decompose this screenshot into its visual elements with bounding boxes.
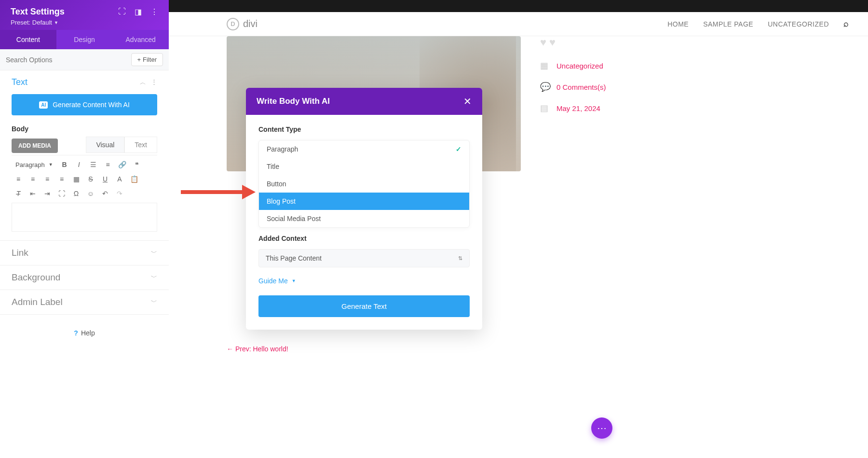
link-icon[interactable]: 🔗 — [116, 158, 129, 171]
prev-post-link[interactable]: ← Prev: Hello world! — [227, 331, 521, 367]
align-right-icon[interactable]: ≡ — [41, 173, 54, 185]
type-social[interactable]: Social Media Post — [259, 210, 469, 227]
type-paragraph[interactable]: Paragraph ✓ — [259, 140, 469, 158]
chevron-up-icon[interactable]: ︿ — [140, 78, 146, 87]
sidebar-header: Text Settings ⛶ ◨ ⋮ Preset: Default ▼ — [0, 0, 169, 30]
tab-design[interactable]: Design — [56, 30, 113, 49]
format-select[interactable]: Paragraph ▼ — [12, 158, 57, 171]
chevron-down-icon: ﹀ — [151, 273, 157, 282]
help-label: Help — [81, 329, 95, 337]
tab-advanced[interactable]: Advanced — [112, 30, 169, 49]
context-select[interactable]: This Page Content ⇅ — [258, 249, 470, 267]
panel-icon[interactable]: ◨ — [135, 7, 142, 16]
add-media-button[interactable]: ADD MEDIA — [12, 139, 58, 153]
editor-tab-visual[interactable]: Visual — [86, 137, 124, 153]
filter-button[interactable]: + Filter — [131, 53, 163, 66]
meta-column: ♥ ♥ ▦ Uncategorized 💬 0 Comments(s) ▤ Ma… — [540, 36, 656, 367]
format-select-label: Paragraph — [15, 161, 45, 168]
fullscreen-icon[interactable]: ⛶ — [55, 187, 68, 200]
nav-uncategorized[interactable]: UNCATEGORIZED — [768, 20, 829, 28]
comment-icon: 💬 — [540, 82, 550, 92]
meta-comments-label: 0 Comments(s) — [556, 83, 606, 91]
type-title[interactable]: Title — [259, 158, 469, 175]
type-title-label: Title — [267, 163, 279, 170]
guide-me-link[interactable]: Guide Me ▼ — [258, 277, 470, 285]
meta-date-label: May 21, 2024 — [556, 104, 600, 112]
quote-icon[interactable]: ❝ — [130, 158, 144, 171]
omega-icon[interactable]: Ω — [69, 187, 83, 200]
calendar-icon: ▤ — [540, 103, 550, 113]
help-link[interactable]: ? Help — [0, 315, 169, 351]
settings-tabs: Content Design Advanced — [0, 30, 169, 49]
meta-comments[interactable]: 💬 0 Comments(s) — [540, 82, 656, 92]
undo-icon[interactable]: ↶ — [98, 187, 112, 200]
select-arrows-icon: ⇅ — [458, 255, 462, 262]
page-header: D divi HOME SAMPLE PAGE UNCATEGORIZED ⌕ — [169, 12, 868, 36]
strikethrough-icon[interactable]: S — [84, 173, 97, 185]
expand-icon[interactable]: ⛶ — [118, 7, 126, 16]
clear-format-icon[interactable]: T̶ — [12, 187, 25, 200]
generate-ai-button[interactable]: AI Generate Content With AI — [12, 94, 157, 115]
text-color-icon[interactable]: A — [113, 173, 126, 185]
table-icon[interactable]: ▦ — [69, 173, 83, 185]
preset-selector[interactable]: Preset: Default ▼ — [11, 19, 158, 26]
ai-badge-icon: AI — [39, 101, 48, 109]
section-admin-header[interactable]: Admin Label ﹀ — [0, 290, 169, 314]
caret-down-icon: ▼ — [54, 20, 58, 25]
like-hearts[interactable]: ♥ ♥ — [540, 36, 656, 49]
logo-text: divi — [243, 18, 258, 29]
section-link-title: Link — [12, 248, 28, 258]
number-list-icon[interactable]: ≡ — [101, 158, 115, 171]
bullet-list-icon[interactable]: ☰ — [87, 158, 100, 171]
settings-sidebar: Text Settings ⛶ ◨ ⋮ Preset: Default ▼ Co… — [0, 0, 169, 458]
italic-icon[interactable]: I — [72, 158, 86, 171]
content-type-list: Paragraph ✓ Title Button Blog Post Socia… — [258, 140, 470, 228]
filter-label: Filter — [143, 56, 157, 63]
editor-toolbar: Paragraph ▼ B I ☰ ≡ 🔗 ❝ ≡ ≡ ≡ ≡ ▦ S — [12, 155, 157, 203]
section-text-header[interactable]: Text ︿ ⋮ — [0, 70, 169, 94]
context-select-value: This Page Content — [266, 254, 322, 262]
meta-date: ▤ May 21, 2024 — [540, 103, 656, 113]
more-icon[interactable]: ⋮ — [151, 78, 157, 87]
section-admin-label: Admin Label ﹀ — [0, 290, 169, 315]
site-logo[interactable]: D divi — [227, 18, 258, 30]
search-row: + Filter — [0, 49, 169, 70]
editor-tab-text[interactable]: Text — [124, 137, 157, 153]
close-icon[interactable]: ✕ — [463, 96, 472, 107]
chevron-down-icon: ﹀ — [151, 249, 157, 257]
meta-category[interactable]: ▦ Uncategorized — [540, 60, 656, 71]
align-justify-icon[interactable]: ≡ — [55, 173, 68, 185]
ai-modal: Write Body With AI ✕ Content Type Paragr… — [246, 88, 482, 330]
plus-icon: + — [137, 56, 141, 63]
tab-content[interactable]: Content — [0, 30, 56, 49]
heart-icon: ♥ — [540, 36, 546, 49]
section-background-header[interactable]: Background ﹀ — [0, 265, 169, 290]
section-text: Text ︿ ⋮ AI Generate Content With AI Bod… — [0, 70, 169, 241]
added-context-label: Added Context — [258, 235, 470, 242]
nav-sample[interactable]: SAMPLE PAGE — [703, 20, 753, 28]
type-blog-post-label: Blog Post — [267, 197, 296, 205]
fab-button[interactable]: ⋯ — [591, 417, 612, 439]
type-button[interactable]: Button — [259, 175, 469, 193]
paste-icon[interactable]: 📋 — [127, 173, 141, 185]
generate-text-button[interactable]: Generate Text — [258, 295, 470, 317]
meta-category-label: Uncategorized — [556, 62, 603, 70]
generate-ai-label: Generate Content With AI — [53, 101, 130, 109]
editor-body[interactable] — [12, 203, 157, 232]
emoji-icon[interactable]: ☺ — [84, 187, 97, 200]
caret-down-icon: ▼ — [292, 278, 296, 283]
section-link-header[interactable]: Link ﹀ — [0, 241, 169, 265]
more-icon[interactable]: ⋮ — [150, 7, 158, 16]
type-blog-post[interactable]: Blog Post — [259, 193, 469, 210]
bold-icon[interactable]: B — [58, 158, 71, 171]
align-left-icon[interactable]: ≡ — [12, 173, 25, 185]
redo-icon[interactable]: ↷ — [113, 187, 126, 200]
nav-home[interactable]: HOME — [667, 20, 689, 28]
annotation-arrow — [181, 187, 256, 197]
align-center-icon[interactable]: ≡ — [26, 173, 40, 185]
search-icon[interactable]: ⌕ — [843, 19, 849, 29]
outdent-icon[interactable]: ⇤ — [26, 187, 40, 200]
indent-icon[interactable]: ⇥ — [41, 187, 54, 200]
search-input[interactable] — [6, 56, 131, 64]
underline-icon[interactable]: U — [98, 173, 112, 185]
